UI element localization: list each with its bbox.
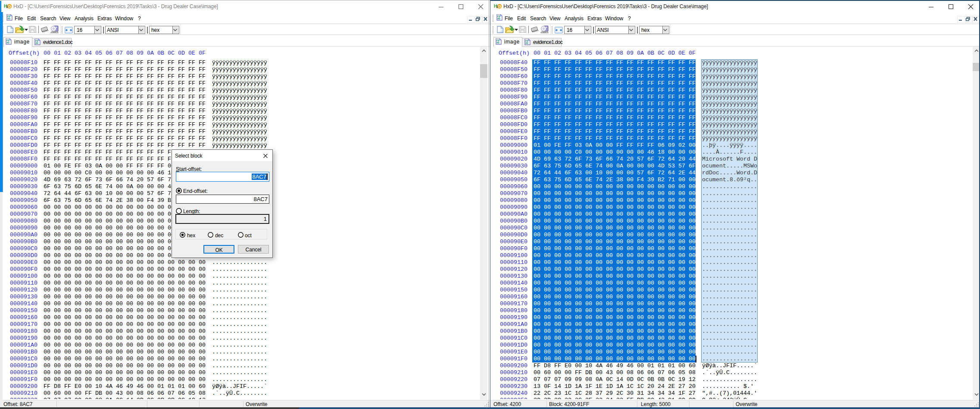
- svg-text:AO: AO: [525, 42, 528, 45]
- svg-text:AO: AO: [6, 41, 9, 44]
- svg-text:AO: AO: [497, 17, 500, 20]
- svg-text:AO: AO: [35, 42, 38, 45]
- svg-text:D: D: [8, 4, 11, 9]
- svg-text:AO: AO: [7, 17, 10, 20]
- svg-text:AO: AO: [496, 41, 499, 44]
- svg-text:D: D: [498, 4, 501, 9]
